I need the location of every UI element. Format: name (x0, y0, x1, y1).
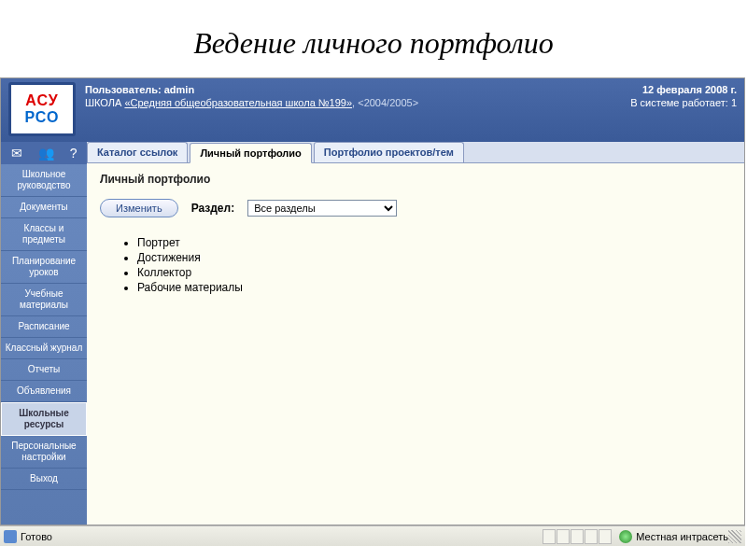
header-info: Пользователь: admin ШКОЛА «Средняя общео… (85, 82, 630, 136)
online-label: В системе работает: (630, 97, 728, 108)
status-dividers (543, 529, 612, 544)
tab-bar: Каталог ссылокЛичный портфолиоПортфолио … (87, 142, 744, 163)
main-layout: ✉ 👥 ? Школьное руководствоДокументыКласс… (1, 142, 744, 525)
sidebar-item[interactable]: Учебные материалы (1, 284, 87, 316)
status-text: Готово (21, 531, 52, 542)
school-prefix: ШКОЛА (85, 97, 124, 108)
resize-grip-icon (728, 530, 741, 543)
header-bar: АСУ РСО Пользователь: admin ШКОЛА «Средн… (1, 78, 744, 142)
tab[interactable]: Каталог ссылок (87, 142, 188, 162)
page-body: Личный портфолио Изменить Раздел: Все ра… (87, 163, 744, 305)
logo-bottom-text: РСО (25, 109, 60, 126)
zone-text: Местная интрасеть (636, 531, 728, 542)
content-area: Каталог ссылокЛичный портфолиоПортфолио … (87, 142, 744, 525)
portfolio-list: ПортретДостиженияКоллекторРабочие матери… (137, 236, 731, 294)
header-right: 12 февраля 2008 г. В системе работает: 1 (630, 82, 737, 136)
users-icon[interactable]: 👥 (38, 146, 54, 161)
sidebar-item[interactable]: Расписание (1, 316, 87, 338)
section-label: Раздел: (191, 202, 235, 215)
zone-icon (619, 530, 632, 543)
user-label: Пользователь: admin (85, 84, 630, 95)
sidebar-item[interactable]: Отчеты (1, 359, 87, 381)
controls-row: Изменить Раздел: Все разделы (100, 199, 731, 217)
sidebar-item[interactable]: Школьное руководство (1, 164, 87, 197)
logo: АСУ РСО (8, 82, 76, 136)
school-link[interactable]: «Средняя общеобразовательная школа №199» (124, 97, 352, 108)
list-item: Достижения (137, 251, 731, 264)
header-date: 12 февраля 2008 г. (630, 84, 737, 95)
app-frame: АСУ РСО Пользователь: admin ШКОЛА «Средн… (0, 77, 745, 525)
list-item: Рабочие материалы (137, 281, 731, 294)
slide-title: Ведение личного портфолио (0, 0, 747, 77)
logo-top-text: АСУ (25, 92, 58, 109)
online-count: 1 (731, 97, 737, 108)
status-zone: Местная интрасеть (619, 530, 728, 543)
sidebar-icon-row: ✉ 👥 ? (1, 142, 87, 164)
tab[interactable]: Личный портфолио (190, 143, 311, 163)
status-left: Готово (4, 530, 543, 543)
section-select[interactable]: Все разделы (247, 200, 397, 217)
sidebar-item[interactable]: Объявления (1, 381, 87, 402)
sidebar: ✉ 👥 ? Школьное руководствоДокументыКласс… (1, 142, 87, 525)
sidebar-item[interactable]: Планирование уроков (1, 251, 87, 284)
list-item: Портрет (137, 236, 731, 249)
school-year: , <2004/2005> (352, 97, 418, 108)
mail-icon[interactable]: ✉ (11, 146, 22, 161)
sidebar-item[interactable]: Выход (1, 469, 87, 490)
list-item: Коллектор (137, 266, 731, 279)
tab[interactable]: Портфолио проектов/тем (314, 142, 464, 162)
help-icon[interactable]: ? (70, 146, 78, 161)
page-heading: Личный портфолио (100, 173, 731, 186)
sidebar-item[interactable]: Документы (1, 197, 87, 218)
edit-button[interactable]: Изменить (100, 199, 178, 217)
sidebar-item[interactable]: Школьные ресурсы (1, 402, 87, 436)
ie-icon (4, 530, 17, 543)
sidebar-item[interactable]: Классный журнал (1, 338, 87, 359)
sidebar-item[interactable]: Классы и предметы (1, 218, 87, 251)
school-line: ШКОЛА «Средняя общеобразовательная школа… (85, 97, 630, 108)
header-online: В системе работает: 1 (630, 97, 737, 108)
status-bar: Готово Местная интрасеть (0, 525, 745, 546)
sidebar-item[interactable]: Персональные настройки (1, 436, 87, 469)
